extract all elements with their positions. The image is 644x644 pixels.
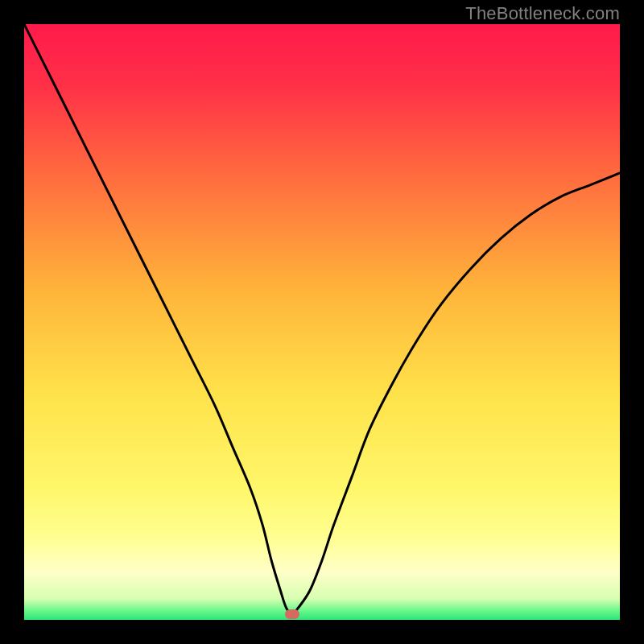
plot-svg — [24, 24, 620, 620]
gradient-background — [24, 24, 620, 620]
chart-frame: TheBottleneck.com — [0, 0, 644, 644]
plot-area — [24, 24, 620, 620]
minimum-marker — [285, 609, 299, 619]
watermark-text: TheBottleneck.com — [465, 3, 620, 24]
